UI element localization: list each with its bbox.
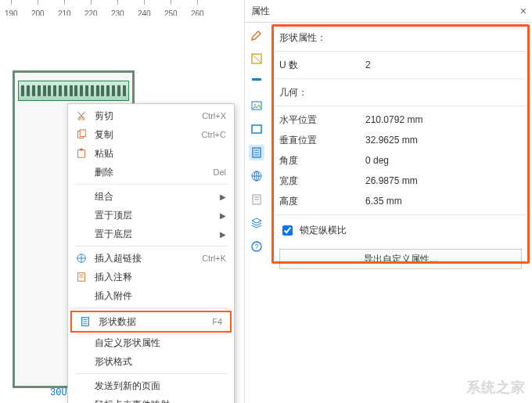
svg-rect-13 xyxy=(252,125,261,133)
blank-icon xyxy=(74,165,88,179)
text-icon[interactable] xyxy=(249,74,264,90)
menu-shortcut: F4 xyxy=(212,317,222,326)
menu-shortcut: Ctrl+X xyxy=(202,111,226,121)
help-icon[interactable]: ? xyxy=(249,239,264,254)
note-icon xyxy=(74,270,88,284)
prop-value[interactable]: 32.9625 mm xyxy=(365,135,527,146)
menu-item[interactable]: 组合▶ xyxy=(68,187,234,206)
link-icon xyxy=(74,251,88,265)
blank-icon xyxy=(74,398,88,403)
svg-rect-4 xyxy=(78,150,85,158)
panel-title: 属性 xyxy=(251,5,520,18)
prop-label: 高度 xyxy=(279,195,365,208)
menu-item-label: 插入注释 xyxy=(95,271,226,284)
menu-item-label: 置于底层 xyxy=(95,228,220,241)
menu-item[interactable]: 鼠标点击事件映射 xyxy=(68,395,234,403)
cut-icon xyxy=(74,109,88,123)
menu-item-label: 形状格式 xyxy=(95,355,226,369)
copy-icon xyxy=(74,128,88,142)
submenu-arrow-icon: ▶ xyxy=(220,230,226,239)
prop-label: 宽度 xyxy=(279,175,365,188)
prop-label: U 数 xyxy=(279,59,365,72)
export-custom-props-button[interactable]: 导出自定义属性... xyxy=(279,249,522,269)
prop-label: 垂直位置 xyxy=(279,134,365,147)
svg-text:?: ? xyxy=(254,243,258,250)
blank-icon xyxy=(74,227,88,241)
section-geom-label: 几何： xyxy=(279,86,365,99)
menu-item[interactable]: 复制Ctrl+C xyxy=(68,125,234,144)
menu-item-label: 自定义形状属性 xyxy=(95,336,226,350)
menu-item[interactable]: 粘贴 xyxy=(68,144,234,163)
prop-value[interactable]: 26.9875 mm xyxy=(365,175,527,186)
prop-label: 水平位置 xyxy=(279,113,365,127)
properties-content: 形状属性： U 数 2 几何： 水平位置 210.0792 mm 垂直位置 32… xyxy=(268,23,532,403)
menu-item[interactable]: 自定义形状属性 xyxy=(68,333,234,352)
svg-rect-10 xyxy=(252,78,261,81)
prop-row-height[interactable]: 高度 6.35 mm xyxy=(275,191,527,211)
menu-item-label: 剪切 xyxy=(95,110,202,123)
svg-rect-3 xyxy=(80,130,85,137)
prop-row-width[interactable]: 宽度 26.9875 mm xyxy=(275,171,527,191)
panel-tabstrip: ? xyxy=(245,23,268,403)
close-icon[interactable]: × xyxy=(520,5,527,17)
menu-item[interactable]: 剪切Ctrl+X xyxy=(68,106,234,125)
menu-item-label: 删除 xyxy=(95,166,213,179)
svg-point-12 xyxy=(254,104,257,106)
blank-icon xyxy=(74,289,88,303)
data-icon xyxy=(78,315,92,329)
prop-row-u-count[interactable]: U 数 2 xyxy=(275,55,527,75)
menu-item[interactable]: 置于底层▶ xyxy=(68,225,234,243)
prop-row-hpos[interactable]: 水平位置 210.0792 mm xyxy=(275,110,527,130)
blank-icon xyxy=(74,336,88,350)
menu-item[interactable]: 插入超链接Ctrl+K xyxy=(68,249,234,268)
menu-item-label: 插入附件 xyxy=(95,290,226,303)
paste-icon xyxy=(74,146,88,160)
patch-panel-shape[interactable] xyxy=(18,81,129,101)
menu-item[interactable]: 置于顶层▶ xyxy=(68,206,234,225)
menu-shortcut: Del xyxy=(213,167,226,177)
submenu-arrow-icon: ▶ xyxy=(220,211,226,220)
globe-icon[interactable] xyxy=(249,168,264,184)
lock-aspect-label: 锁定纵横比 xyxy=(300,224,347,237)
svg-rect-5 xyxy=(80,149,83,151)
menu-item-label: 发送到新的页面 xyxy=(95,380,226,393)
menu-shortcut: Ctrl+K xyxy=(202,254,226,263)
export-button-label: 导出自定义属性... xyxy=(364,253,437,266)
blank-icon xyxy=(74,189,88,203)
menu-item-label: 粘贴 xyxy=(95,147,226,160)
prop-value[interactable]: 6.35 mm xyxy=(365,196,527,207)
pencil-icon[interactable] xyxy=(249,27,264,43)
menu-item[interactable]: 发送到新的页面 xyxy=(68,376,234,395)
menu-item-label: 复制 xyxy=(95,128,202,142)
prop-label: 角度 xyxy=(279,154,365,167)
submenu-arrow-icon: ▶ xyxy=(220,193,226,201)
menu-item-label: 置于顶层 xyxy=(95,209,220,222)
layers-icon[interactable] xyxy=(249,215,264,231)
prop-row-vpos[interactable]: 垂直位置 32.9625 mm xyxy=(275,130,527,150)
rect-icon[interactable] xyxy=(249,121,264,137)
context-menu: 剪切Ctrl+X复制Ctrl+C粘贴删除Del组合▶置于顶层▶置于底层▶插入超链… xyxy=(67,103,235,403)
menu-item[interactable]: 形状格式 xyxy=(68,352,234,371)
menu-item[interactable]: 插入注释 xyxy=(68,268,234,286)
prop-row-angle[interactable]: 角度 0 deg xyxy=(275,150,527,171)
prop-value[interactable]: 0 deg xyxy=(365,155,527,166)
menu-item[interactable]: 形状数据F4 xyxy=(70,311,232,333)
menu-shortcut: Ctrl+C xyxy=(202,130,226,139)
note-icon[interactable] xyxy=(249,192,264,207)
image-icon[interactable] xyxy=(249,98,264,113)
menu-item-label: 组合 xyxy=(95,190,220,203)
data-icon[interactable] xyxy=(249,145,264,160)
rack-label: 30U xyxy=(50,387,67,398)
lock-aspect-checkbox[interactable]: 锁定纵横比 xyxy=(275,218,527,243)
blank-icon xyxy=(74,354,88,369)
prop-value[interactable]: 2 xyxy=(365,59,527,70)
menu-item[interactable]: 删除Del xyxy=(68,163,234,182)
prop-value[interactable]: 210.0792 mm xyxy=(365,114,527,125)
properties-panel: 属性 × ? 形状属性： U 数 2 几何： xyxy=(244,0,532,403)
lock-aspect-input[interactable] xyxy=(282,225,293,236)
blank-icon xyxy=(74,379,88,393)
menu-item[interactable]: 插入附件 xyxy=(68,286,234,305)
horizontal-ruler: 190 200 210 220 230 240 250 260 xyxy=(0,0,243,16)
style-icon[interactable] xyxy=(249,51,264,67)
menu-item-label: 鼠标点击事件映射 xyxy=(95,398,226,404)
